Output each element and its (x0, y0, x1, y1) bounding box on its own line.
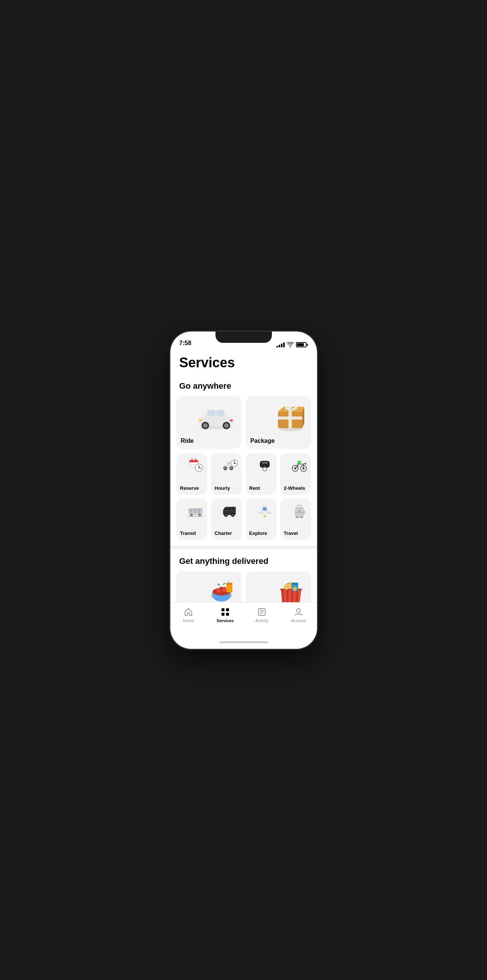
explore-icon (257, 502, 273, 521)
svg-point-83 (219, 587, 223, 590)
two-wheels-icon (291, 457, 307, 476)
explore-label: Explore (249, 530, 273, 536)
large-cards-row: Ride (177, 396, 311, 449)
reserve-icon (188, 457, 204, 476)
svg-rect-26 (227, 462, 230, 464)
svg-rect-2 (208, 410, 215, 416)
bottom-nav: Home Services (170, 602, 317, 636)
home-indicator-bar (219, 641, 268, 643)
svg-rect-119 (221, 608, 224, 611)
svg-rect-37 (261, 465, 263, 466)
notch (215, 332, 272, 343)
wifi-icon (287, 342, 294, 347)
nav-activity[interactable]: Activity (244, 607, 280, 623)
svg-rect-75 (298, 511, 301, 512)
hourly-label: Hourly (215, 485, 238, 491)
svg-rect-13 (278, 417, 302, 420)
svg-rect-85 (226, 583, 232, 585)
transit-card[interactable]: Transit (177, 498, 207, 540)
go-anywhere-title: Go anywhere (170, 374, 317, 396)
svg-rect-18 (195, 458, 196, 461)
svg-rect-59 (188, 510, 190, 511)
nav-services[interactable]: Services (207, 607, 244, 623)
svg-point-42 (263, 467, 267, 471)
nav-account-label: Account (291, 618, 306, 623)
hourly-card[interactable]: Hourly (211, 453, 242, 495)
svg-rect-93 (291, 583, 298, 585)
charter-label: Charter (215, 530, 238, 536)
nav-account[interactable]: Account (280, 607, 317, 623)
transit-label: Transit (180, 530, 204, 536)
ride-label: Ride (181, 438, 237, 444)
svg-rect-50 (298, 461, 301, 462)
status-icons (276, 342, 308, 347)
svg-point-24 (198, 467, 199, 468)
small-cards-row-1: Reserve (177, 453, 311, 495)
restaurants-image (205, 575, 239, 602)
package-card[interactable]: Package (246, 396, 311, 449)
svg-point-67 (232, 514, 234, 516)
grocery-card[interactable]: Grocery (246, 571, 311, 602)
svg-point-70 (264, 508, 266, 510)
svg-rect-78 (304, 511, 305, 514)
svg-rect-68 (236, 510, 237, 511)
phone-frame: 7:58 (170, 332, 317, 649)
svg-point-94 (293, 587, 297, 590)
main-content: Services Go anywhere (170, 350, 317, 602)
travel-label: Travel (284, 530, 307, 536)
transit-icon (188, 502, 204, 521)
svg-rect-55 (197, 509, 200, 513)
signal-icon (276, 342, 285, 347)
svg-rect-54 (194, 509, 196, 513)
svg-rect-20 (193, 464, 195, 466)
battery-icon (296, 342, 308, 347)
svg-line-90 (297, 590, 297, 602)
home-indicator (170, 636, 317, 649)
svg-point-28 (224, 467, 226, 469)
nav-home[interactable]: Home (170, 607, 207, 623)
restaurants-card[interactable]: Restaurants (177, 571, 242, 602)
ride-card[interactable]: Ride (177, 396, 242, 449)
package-label: Package (250, 438, 307, 444)
two-wheels-card[interactable]: 2-Wheels (280, 453, 311, 495)
explore-card[interactable]: Explore (245, 498, 276, 540)
svg-point-127 (297, 609, 301, 612)
person-icon (294, 607, 304, 617)
delivered-large-row: Restaurants (177, 571, 311, 602)
status-time: 7:58 (179, 340, 191, 347)
svg-rect-62 (228, 508, 231, 510)
svg-text:Uber: Uber (263, 461, 267, 464)
svg-rect-121 (221, 613, 224, 616)
svg-rect-8 (199, 420, 202, 422)
travel-card[interactable]: Travel (280, 498, 311, 540)
svg-point-14 (290, 408, 293, 411)
hourly-icon (222, 457, 238, 476)
reserve-label: Reserve (180, 485, 204, 491)
svg-rect-17 (191, 458, 193, 461)
delivered-section: Restaurants (170, 571, 317, 602)
svg-rect-38 (264, 465, 266, 466)
svg-point-5 (203, 423, 208, 428)
svg-rect-122 (226, 613, 229, 616)
package-image (274, 402, 308, 432)
svg-rect-9 (230, 420, 233, 422)
page-title: Services (170, 350, 317, 374)
svg-rect-86 (228, 581, 229, 584)
small-cards-row-2: Transit (177, 498, 311, 540)
reserve-card[interactable]: Reserve (177, 453, 207, 495)
svg-point-65 (225, 514, 227, 516)
svg-rect-3 (216, 410, 224, 416)
svg-line-88 (287, 590, 288, 602)
svg-rect-39 (266, 465, 268, 466)
svg-rect-120 (226, 608, 229, 611)
nav-activity-label: Activity (255, 618, 269, 623)
rent-card[interactable]: Uber Rent (245, 453, 276, 495)
svg-point-7 (224, 423, 229, 428)
rent-icon: Uber (257, 457, 273, 476)
grocery-image (274, 575, 308, 602)
charter-card[interactable]: Charter (211, 498, 242, 540)
section-divider (170, 546, 317, 549)
nav-home-label: Home (183, 618, 194, 623)
svg-point-57 (198, 514, 201, 517)
charter-icon (222, 502, 238, 521)
